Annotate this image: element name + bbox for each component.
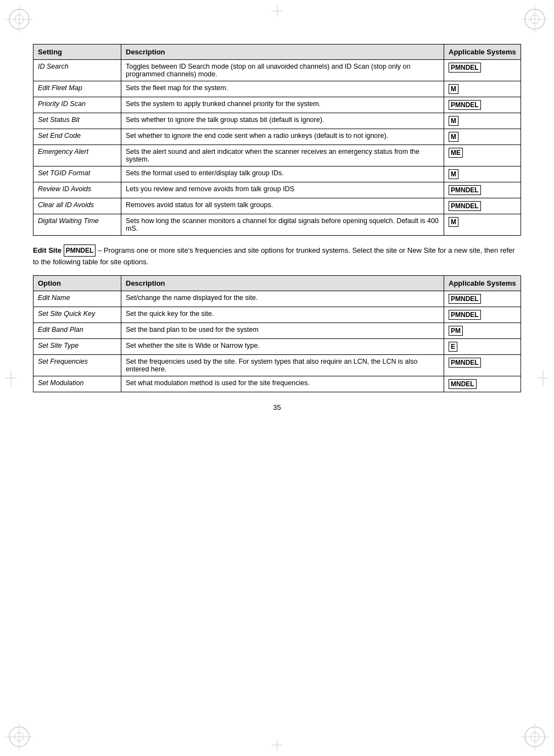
table-row: Set End CodeSet whether to ignore the en… [33,129,521,145]
system-badge: PMNDEL [449,100,481,110]
setting-systems: M [444,129,521,145]
table-row: Set ModulationSet what modulation method… [33,376,521,392]
system-badge: M [449,217,458,227]
corner-mark-bl [5,723,33,751]
setting-description: Lets you review and remove avoids from t… [121,182,444,198]
option-name: Set Frequencies [33,354,121,376]
system-badge: M [449,169,458,179]
table-row: Digital Waiting TimeSets how long the sc… [33,214,521,236]
edit-site-paragraph: Edit Site PMNDEL – Programs one or more … [33,244,521,268]
mid-mark-bottom [269,740,286,751]
setting-description: Set whether to ignore the end code sent … [121,129,444,145]
setting-name: Digital Waiting Time [33,214,121,236]
option-systems: PMNDEL [444,354,521,376]
option-description: Set/change the name displayed for the si… [121,291,444,307]
table-row: Set FrequenciesSet the frequencies used … [33,354,521,376]
setting-description: Sets the alert sound and alert indicator… [121,145,444,166]
table-row: ID SearchToggles between ID Search mode … [33,60,521,81]
table-row: Emergency AlertSets the alert sound and … [33,145,521,166]
table-row: Review ID AvoidsLets you review and remo… [33,182,521,198]
setting-systems: M [444,113,521,129]
option-systems: PMNDEL [444,307,521,323]
setting-systems: M [444,166,521,182]
table-row: Set Site TypeSet whether the site is Wid… [33,338,521,354]
option-systems: E [444,338,521,354]
edit-site-label: Edit Site PMNDEL [33,246,96,254]
setting-systems: M [444,81,521,97]
option-description: Set whether the site is Wide or Narrow t… [121,338,444,354]
corner-mark-br [521,723,549,751]
setting-name: Set TGID Format [33,166,121,182]
system-badge: PMNDEL [449,185,481,195]
col-description: Description [121,45,444,60]
option-name: Set Site Type [33,338,121,354]
page-container: Setting Description Applicable Systems I… [0,0,554,756]
table-row: Set Site Quick KeySet the quick key for … [33,307,521,323]
col-applicable2: Applicable Systems [444,275,521,291]
setting-name: Set End Code [33,129,121,145]
option-name: Edit Band Plan [33,323,121,338]
option-systems: PMNDEL [444,291,521,307]
option-description: Set the frequencies used by the site. Fo… [121,354,444,376]
corner-mark-tr [521,5,549,33]
setting-name: Priority ID Scan [33,97,121,113]
setting-name: Clear all ID Avoids [33,198,121,214]
system-badge: PMNDEL [449,201,481,211]
setting-name: Review ID Avoids [33,182,121,198]
setting-description: Toggles between ID Search mode (stop on … [121,60,444,81]
edit-site-badge: PMNDEL [64,244,96,257]
setting-systems: M [444,214,521,236]
system-badge: M [449,84,458,94]
option-name: Edit Name [33,291,121,307]
option-systems: MNDEL [444,376,521,392]
system-badge: PMNDEL [449,310,481,320]
col-desc2: Description [121,275,444,291]
table-row: Set Status BitSets whether to ignore the… [33,113,521,129]
option-systems: PM [444,323,521,338]
table-row: Edit Fleet MapSets the fleet map for the… [33,81,521,97]
system-badge: PMNDEL [449,358,481,368]
table-row: Clear all ID AvoidsRemoves avoid status … [33,198,521,214]
setting-name: Edit Fleet Map [33,81,121,97]
setting-description: Sets the fleet map for the system. [121,81,444,97]
mid-mark-right [538,370,549,386]
system-badge: PM [449,326,463,336]
setting-systems: ME [444,145,521,166]
system-badge: PMNDEL [449,294,481,304]
setting-description: Removes avoid status for all system talk… [121,198,444,214]
col-setting: Setting [33,45,121,60]
option-description: Set the quick key for the site. [121,307,444,323]
corner-mark-tl [5,5,33,33]
settings-table: Setting Description Applicable Systems I… [33,44,521,236]
mid-mark-left [5,370,16,386]
system-badge: E [449,342,457,352]
setting-name: Set Status Bit [33,113,121,129]
setting-description: Sets whether to ignore the talk group st… [121,113,444,129]
setting-name: Emergency Alert [33,145,121,166]
table-row: Priority ID ScanSets the system to apply… [33,97,521,113]
setting-description: Sets the format used to enter/display ta… [121,166,444,182]
system-badge: M [449,116,458,126]
col-option: Option [33,275,121,291]
edit-site-suffix: – Programs one or more site's frequencie… [33,246,515,266]
setting-description: Sets how long the scanner monitors a cha… [121,214,444,236]
mid-mark-top [269,5,286,16]
setting-systems: PMNDEL [444,97,521,113]
system-badge: PMNDEL [449,63,481,73]
option-name: Set Site Quick Key [33,307,121,323]
option-name: Set Modulation [33,376,121,392]
setting-systems: PMNDEL [444,198,521,214]
system-badge: ME [449,148,463,158]
setting-description: Sets the system to apply trunked channel… [121,97,444,113]
page-number: 35 [33,403,521,412]
table-row: Set TGID FormatSets the format used to e… [33,166,521,182]
setting-systems: PMNDEL [444,60,521,81]
option-description: Set what modulation method is used for t… [121,376,444,392]
table-row: Edit NameSet/change the name displayed f… [33,291,521,307]
setting-name: ID Search [33,60,121,81]
col-applicable: Applicable Systems [444,45,521,60]
system-badge: MNDEL [449,379,477,389]
option-description: Set the band plan to be used for the sys… [121,323,444,338]
system-badge: M [449,132,458,142]
setting-systems: PMNDEL [444,182,521,198]
